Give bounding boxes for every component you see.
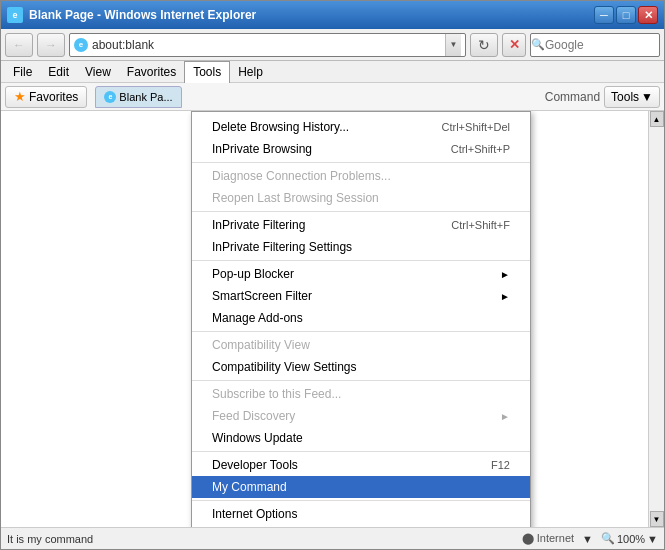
menu-item-compat-settings[interactable]: Compatibility View Settings [192, 356, 530, 378]
tools-dropdown-menu[interactable]: Delete Browsing History... Ctrl+Shift+De… [191, 111, 531, 527]
tab-blank-page[interactable]: e Blank Pa... [95, 86, 181, 108]
menu-item-inprivate-filtering[interactable]: InPrivate Filtering Ctrl+Shift+F [192, 214, 530, 236]
menu-item-diagnose: Diagnose Connection Problems... [192, 165, 530, 187]
tools-dropdown-arrow-icon: ▼ [641, 90, 653, 104]
menu-item-compat-view: Compatibility View [192, 334, 530, 356]
zoom-level: 100% [617, 533, 645, 545]
menu-item-internet-options[interactable]: Internet Options [192, 503, 530, 525]
statusbar-right: ⬤ Internet ▼ 🔍 100% ▼ [522, 532, 658, 545]
menu-item-subscribe-feed: Subscribe to this Feed... [192, 383, 530, 405]
tools-button-label: Tools [611, 90, 639, 104]
favorites-label: Favorites [29, 90, 78, 104]
address-bar[interactable]: e ▼ [69, 33, 466, 57]
menu-edit[interactable]: Edit [40, 61, 77, 82]
menu-item-shortcut: Ctrl+Shift+F [451, 219, 510, 231]
menu-favorites[interactable]: Favorites [119, 61, 184, 82]
scrollbar[interactable]: ▲ ▼ [648, 111, 664, 527]
menu-item-label: Reopen Last Browsing Session [212, 191, 510, 205]
command-label: Command [545, 90, 600, 104]
menu-item-label: Windows Update [212, 431, 510, 445]
refresh-button[interactable]: ↻ [470, 33, 498, 57]
submenu-arrow-icon: ► [500, 291, 510, 302]
menu-item-label: SmartScreen Filter [212, 289, 500, 303]
menu-item-label: InPrivate Filtering [212, 218, 411, 232]
zoom-indicator: 🔍 100% ▼ [601, 532, 658, 545]
forward-button[interactable]: → [37, 33, 65, 57]
tab-icon: e [104, 91, 116, 103]
menu-group-1: Delete Browsing History... Ctrl+Shift+De… [192, 114, 530, 163]
search-bar[interactable]: 🔍 ▶ [530, 33, 660, 57]
menu-group-3: InPrivate Filtering Ctrl+Shift+F InPriva… [192, 212, 530, 261]
menu-help[interactable]: Help [230, 61, 271, 82]
menubar: File Edit View Favorites Tools Help [1, 61, 664, 83]
menu-item-inprivate-browsing[interactable]: InPrivate Browsing Ctrl+Shift+P [192, 138, 530, 160]
menu-group-8: Internet Options [192, 501, 530, 527]
status-text: It is my command [7, 533, 518, 545]
security-zone: ⬤ Internet [522, 532, 574, 545]
menu-item-smartscreen[interactable]: SmartScreen Filter ► [192, 285, 530, 307]
search-input[interactable] [545, 38, 665, 52]
menu-item-shortcut: Ctrl+Shift+P [451, 143, 510, 155]
menu-item-reopen: Reopen Last Browsing Session [192, 187, 530, 209]
menu-item-label: Compatibility View Settings [212, 360, 510, 374]
menu-item-shortcut: Ctrl+Shift+Del [442, 121, 510, 133]
zoom-dropdown-icon[interactable]: ▼ [647, 533, 658, 545]
menu-item-label: Internet Options [212, 507, 510, 521]
window-title: Blank Page - Windows Internet Explorer [29, 8, 594, 22]
submenu-arrow-icon: ► [500, 411, 510, 422]
menu-item-label: Developer Tools [212, 458, 451, 472]
minimize-button[interactable]: ─ [594, 6, 614, 24]
menu-item-label: InPrivate Filtering Settings [212, 240, 510, 254]
menu-item-shortcut: F12 [491, 459, 510, 471]
menu-item-label: My Command [212, 480, 510, 494]
security-dropdown-icon[interactable]: ▼ [582, 533, 593, 545]
menu-group-2: Diagnose Connection Problems... Reopen L… [192, 163, 530, 212]
submenu-arrow-icon: ► [500, 269, 510, 280]
menu-item-popup-blocker[interactable]: Pop-up Blocker ► [192, 263, 530, 285]
address-dropdown-button[interactable]: ▼ [445, 34, 461, 56]
menu-group-7: Developer Tools F12 My Command [192, 452, 530, 501]
menu-item-label: InPrivate Browsing [212, 142, 411, 156]
star-icon: ★ [14, 89, 26, 104]
menu-group-5: Compatibility View Compatibility View Se… [192, 332, 530, 381]
menu-group-4: Pop-up Blocker ► SmartScreen Filter ► Ma… [192, 261, 530, 332]
titlebar-buttons: ─ □ ✕ [594, 6, 658, 24]
tab-label: Blank Pa... [119, 91, 172, 103]
content-area: ▲ ▼ Delete Browsing History... Ctrl+Shif… [1, 111, 664, 527]
page-icon: e [74, 38, 88, 52]
statusbar: It is my command ⬤ Internet ▼ 🔍 100% ▼ [1, 527, 664, 549]
back-button[interactable]: ← [5, 33, 33, 57]
menu-item-delete-history[interactable]: Delete Browsing History... Ctrl+Shift+De… [192, 116, 530, 138]
menu-group-6: Subscribe to this Feed... Feed Discovery… [192, 381, 530, 452]
scroll-up-button[interactable]: ▲ [650, 111, 664, 127]
address-bar-row: ← → e ▼ ↻ ✕ 🔍 ▶ [1, 29, 664, 61]
menu-item-windows-update[interactable]: Windows Update [192, 427, 530, 449]
menu-view[interactable]: View [77, 61, 119, 82]
menu-item-my-command[interactable]: My Command [192, 476, 530, 498]
menu-file[interactable]: File [5, 61, 40, 82]
favorites-button[interactable]: ★ Favorites [5, 86, 87, 108]
menu-item-label: Diagnose Connection Problems... [212, 169, 510, 183]
close-button[interactable]: ✕ [638, 6, 658, 24]
titlebar: e Blank Page - Windows Internet Explorer… [1, 1, 664, 29]
command-area: Command Tools ▼ [545, 86, 660, 108]
menu-item-developer-tools[interactable]: Developer Tools F12 [192, 454, 530, 476]
scroll-down-button[interactable]: ▼ [650, 511, 664, 527]
tools-dropdown-button[interactable]: Tools ▼ [604, 86, 660, 108]
zoom-icon: 🔍 [601, 532, 615, 545]
menu-item-inprivate-settings[interactable]: InPrivate Filtering Settings [192, 236, 530, 258]
menu-item-manage-addons[interactable]: Manage Add-ons [192, 307, 530, 329]
menu-item-feed-discovery: Feed Discovery ► [192, 405, 530, 427]
menu-item-label: Pop-up Blocker [212, 267, 500, 281]
browser-window: e Blank Page - Windows Internet Explorer… [0, 0, 665, 550]
tab-strip: e Blank Pa... [95, 86, 540, 108]
address-input[interactable] [92, 38, 441, 52]
menu-item-label: Compatibility View [212, 338, 510, 352]
menu-tools[interactable]: Tools [184, 61, 230, 83]
stop-button[interactable]: ✕ [502, 33, 526, 57]
menu-item-label: Feed Discovery [212, 409, 500, 423]
window-icon: e [7, 7, 23, 23]
search-engine-icon: 🔍 [531, 34, 545, 56]
maximize-button[interactable]: □ [616, 6, 636, 24]
favorites-bar: ★ Favorites e Blank Pa... Command Tools … [1, 83, 664, 111]
